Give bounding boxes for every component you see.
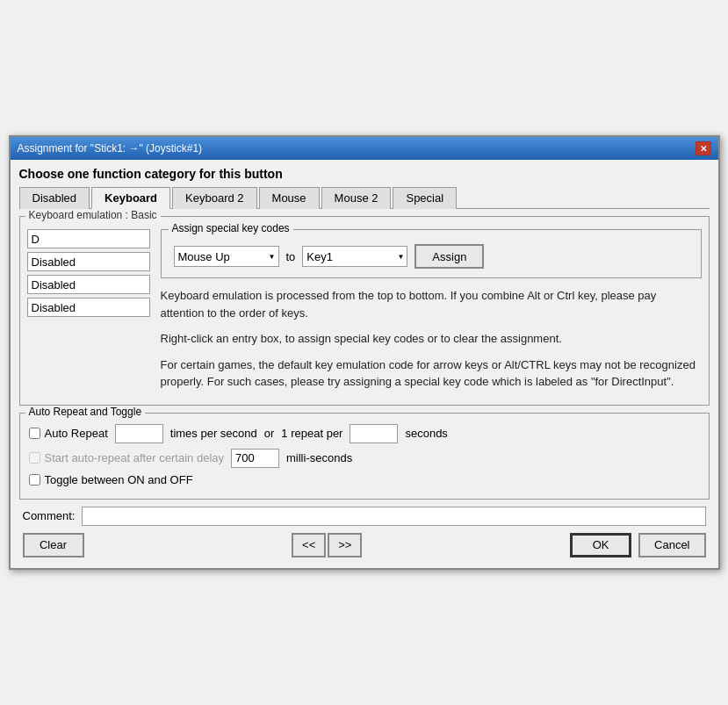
keyboard-emulation-section: Keyboard emulation : Basic Assign specia…	[19, 216, 710, 406]
title-text: Assignment for "Stick1: →" (Joystick#1)	[18, 142, 203, 155]
assign-legend: Assign special key codes	[169, 222, 293, 234]
assign-row: Mouse Up Mouse Down Mouse Left Mouse Rig…	[174, 244, 688, 269]
nav-buttons: << >>	[292, 533, 362, 558]
repeat-per-label: 1 repeat per	[281, 427, 342, 440]
seconds-input[interactable]	[350, 424, 398, 443]
delay-value-input[interactable]	[231, 449, 279, 468]
to-label: to	[286, 250, 296, 263]
key-code-select-wrapper: Mouse Up Mouse Down Mouse Left Mouse Rig…	[174, 246, 279, 267]
key-slot-select-wrapper: Key1 Key2 Key3 Key4	[302, 246, 407, 267]
toggle-label: Toggle between ON and OFF	[45, 473, 193, 486]
comment-input[interactable]	[82, 507, 705, 526]
close-button[interactable]: ✕	[696, 141, 711, 155]
tab-mouse[interactable]: Mouse	[259, 187, 320, 209]
main-window: Assignment for "Stick1: →" (Joystick#1) …	[9, 135, 720, 570]
tab-keyboard2[interactable]: Keyboard 2	[172, 187, 257, 209]
key-input-3[interactable]	[27, 275, 150, 294]
auto-repeat-checkbox-label[interactable]: Auto Repeat	[29, 427, 108, 440]
key-inputs-column	[27, 229, 150, 399]
toggle-checkbox-label[interactable]: Toggle between ON and OFF	[29, 473, 193, 486]
auto-repeat-section: Auto Repeat and Toggle Auto Repeat times…	[19, 413, 710, 500]
times-per-second-label: times per second	[170, 427, 257, 440]
auto-repeat-row1: Auto Repeat times per second or 1 repeat…	[29, 424, 700, 443]
auto-repeat-row2: Start auto-repeat after certain delay mi…	[29, 449, 700, 468]
prev-button[interactable]: <<	[292, 533, 326, 558]
ok-cancel-buttons: OK Cancel	[570, 533, 705, 558]
info-text-1: Keyboard emulation is processed from the…	[161, 287, 702, 321]
page-title: Choose one function category for this bu…	[19, 167, 710, 181]
key-input-4[interactable]	[27, 298, 150, 317]
assign-special-box: Assign special key codes Mouse Up Mouse …	[161, 229, 702, 278]
times-per-second-input[interactable]	[115, 424, 163, 443]
info-text-3: For certain games, the default key emula…	[161, 356, 702, 391]
tab-keyboard[interactable]: Keyboard	[91, 187, 170, 209]
next-button[interactable]: >>	[328, 533, 362, 558]
info-text-area: Keyboard emulation is processed from the…	[161, 287, 702, 391]
comment-row: Comment:	[19, 507, 710, 526]
assign-area: Assign special key codes Mouse Up Mouse …	[161, 229, 702, 399]
or-label: or	[264, 427, 275, 440]
bottom-buttons: Clear << >> OK Cancel	[19, 533, 710, 561]
key-input-1[interactable]	[27, 229, 150, 248]
tab-disabled[interactable]: Disabled	[19, 187, 90, 209]
keyboard-legend: Keyboard emulation : Basic	[25, 209, 161, 221]
tab-mouse2[interactable]: Mouse 2	[321, 187, 392, 209]
auto-repeat-label: Auto Repeat	[45, 427, 108, 440]
assign-button[interactable]: Assign	[414, 244, 484, 269]
auto-repeat-row3: Toggle between ON and OFF	[29, 473, 700, 486]
key-slot-select[interactable]: Key1 Key2 Key3 Key4	[302, 246, 407, 267]
auto-repeat-checkbox[interactable]	[29, 428, 40, 439]
clear-button[interactable]: Clear	[23, 533, 84, 558]
comment-label: Comment:	[23, 509, 76, 522]
title-bar: Assignment for "Stick1: →" (Joystick#1) …	[11, 137, 718, 160]
delay-checkbox[interactable]	[29, 452, 40, 464]
seconds-label: seconds	[405, 427, 447, 440]
delay-checkbox-label: Start auto-repeat after certain delay	[29, 451, 225, 464]
toggle-checkbox[interactable]	[29, 474, 40, 486]
info-text-2: Right-click an entry box, to assign spec…	[161, 330, 702, 348]
cancel-button[interactable]: Cancel	[638, 533, 705, 558]
keyboard-content: Assign special key codes Mouse Up Mouse …	[27, 229, 702, 399]
tab-bar: Disabled Keyboard Keyboard 2 Mouse Mouse…	[19, 186, 710, 209]
ok-button[interactable]: OK	[570, 533, 631, 558]
key-code-select[interactable]: Mouse Up Mouse Down Mouse Left Mouse Rig…	[174, 246, 279, 267]
delay-label: Start auto-repeat after certain delay	[45, 451, 225, 464]
tab-special[interactable]: Special	[393, 187, 457, 209]
auto-repeat-legend: Auto Repeat and Toggle	[25, 406, 146, 418]
key-input-2[interactable]	[27, 252, 150, 271]
milli-seconds-label: milli-seconds	[286, 451, 352, 464]
window-content: Choose one function category for this bu…	[11, 160, 718, 568]
